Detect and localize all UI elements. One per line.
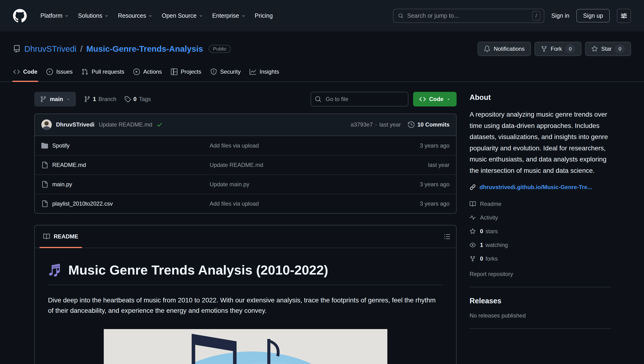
readme-link[interactable]: Readme: [470, 197, 611, 211]
search-icon: [315, 96, 321, 102]
report-repository-link[interactable]: Report repository: [470, 271, 513, 277]
git-branch-icon: [40, 96, 47, 102]
repo-header: DhruvSTrivedi / Music-Genre-Trends-Analy…: [0, 32, 644, 56]
file-link[interactable]: README.md: [52, 162, 86, 168]
star-button[interactable]: Star 0: [585, 42, 631, 56]
outline-button[interactable]: [444, 233, 451, 240]
search-icon: [398, 13, 403, 18]
book-icon: [43, 233, 50, 240]
commit-time: last year: [379, 121, 401, 128]
file-commit-message[interactable]: Add files via upload: [210, 142, 420, 149]
avatar[interactable]: [41, 120, 52, 130]
appearance-settings-button[interactable]: [617, 9, 631, 23]
nav-label: Pricing: [255, 12, 273, 19]
github-logo-icon[interactable]: [13, 9, 27, 23]
nav-label: Resources: [118, 12, 146, 19]
breadcrumb-separator: /: [80, 44, 83, 54]
music-notes-icon: [48, 263, 62, 277]
primary-nav: Platform Solutions Resources Open Source…: [36, 12, 278, 19]
commit-sha[interactable]: a3793e7 · last year: [351, 121, 401, 128]
readme-title: Music Genre Trends Analysis (2010-2022): [48, 262, 443, 285]
code-column: main 1 Branch 0 Tags: [34, 92, 457, 364]
check-icon[interactable]: [156, 122, 163, 128]
code-dropdown-button[interactable]: Code: [413, 92, 457, 106]
nav-item-solutions[interactable]: Solutions: [73, 12, 113, 19]
file-age[interactable]: 3 years ago: [420, 142, 450, 149]
link-icon: [470, 184, 476, 190]
file-age[interactable]: 3 years ago: [420, 181, 450, 188]
repo-name-link[interactable]: Music-Genre-Trends-Analysis: [86, 44, 203, 54]
code-icon: [419, 96, 426, 102]
nav-label: Solutions: [78, 12, 102, 19]
triangle-down-icon: [447, 97, 451, 101]
notifications-button[interactable]: Notifications: [478, 42, 531, 56]
readme-header: README: [35, 226, 456, 248]
nav-item-platform[interactable]: Platform: [36, 12, 73, 19]
repo-owner-link[interactable]: DhruvSTrivedi: [24, 44, 76, 54]
branches-link[interactable]: 1 Branch: [84, 96, 116, 102]
file-age[interactable]: last year: [428, 162, 450, 168]
file-age[interactable]: 3 years ago: [420, 200, 450, 207]
tab-security[interactable]: Security: [206, 62, 245, 82]
star-label: Star: [601, 46, 612, 52]
tab-pull-requests[interactable]: Pull requests: [78, 62, 128, 82]
stars-link[interactable]: 0 stars: [470, 224, 611, 238]
nav-item-enterprise[interactable]: Enterprise: [207, 12, 250, 19]
sign-in-link[interactable]: Sign in: [551, 12, 569, 19]
file-commit-message[interactable]: Update README.md: [210, 162, 428, 168]
go-to-file-input[interactable]: [311, 92, 408, 106]
activity-link[interactable]: Activity: [470, 211, 611, 224]
tab-issues[interactable]: Issues: [43, 62, 76, 82]
commit-message-link[interactable]: Update README.md: [99, 121, 152, 128]
tab-actions[interactable]: Actions: [129, 62, 166, 82]
file-link[interactable]: main.py: [52, 181, 72, 188]
branches-count: 1: [93, 96, 96, 102]
repo-icon: [13, 45, 21, 53]
breadcrumb: DhruvSTrivedi / Music-Genre-Trends-Analy…: [13, 44, 231, 54]
tab-projects[interactable]: Projects: [167, 62, 205, 82]
shield-icon: [210, 68, 217, 75]
chevron-down-icon: [105, 14, 108, 18]
pulse-icon: [470, 214, 476, 221]
pull-request-icon: [82, 68, 88, 75]
file-commit-message[interactable]: Add files via upload: [210, 200, 420, 207]
nav-item-pricing[interactable]: Pricing: [250, 12, 278, 19]
folder-icon: [41, 142, 48, 149]
table-icon: [171, 68, 177, 75]
tags-link[interactable]: 0 Tags: [124, 96, 151, 102]
star-icon: [470, 228, 476, 234]
fork-button[interactable]: Fork 0: [535, 42, 581, 56]
tab-insights[interactable]: Insights: [246, 62, 283, 82]
tab-code[interactable]: Code: [10, 62, 41, 82]
issue-icon: [46, 68, 53, 75]
list-unordered-icon: [444, 233, 451, 240]
sign-up-button[interactable]: Sign up: [576, 9, 610, 22]
branch-selector[interactable]: main: [34, 92, 76, 106]
releases-title: Releases: [470, 297, 611, 305]
website-link[interactable]: dhruvstrivedi.github.io/Music-Genre-Tre.…: [480, 184, 592, 190]
table-row: playlist_2010to2022.csv Add files via up…: [35, 194, 456, 213]
commit-history-link[interactable]: 10 Commits: [408, 121, 450, 128]
repo-actions: Notifications Fork 0 Star 0: [478, 42, 631, 56]
global-search-input[interactable]: [407, 12, 528, 19]
code-button-label: Code: [429, 96, 443, 102]
triangle-down-icon: [66, 97, 70, 101]
file-link[interactable]: playlist_2010to2022.csv: [52, 200, 113, 207]
tab-label: Code: [23, 68, 37, 75]
nav-item-resources[interactable]: Resources: [113, 12, 157, 19]
file-commit-message[interactable]: Update main.py: [210, 181, 420, 188]
nav-label: Platform: [40, 12, 62, 19]
branches-label: Branch: [98, 96, 116, 102]
forks-link[interactable]: 0 forks: [470, 252, 611, 266]
global-search[interactable]: /: [393, 9, 544, 23]
readme-intro: Dive deep into the heartbeats of music f…: [48, 295, 443, 316]
watching-link[interactable]: 1 watching: [470, 238, 611, 252]
nav-item-open-source[interactable]: Open Source: [157, 12, 207, 19]
file-icon: [41, 162, 48, 168]
file-link[interactable]: Spotify: [52, 142, 70, 149]
readme-tab[interactable]: README: [35, 226, 87, 248]
tags-count: 0: [133, 96, 136, 102]
readme-content: Music Genre Trends Analysis (2010-2022) …: [35, 248, 456, 364]
stars-count: 0: [480, 228, 483, 235]
commit-author-link[interactable]: DhruvSTrivedi: [56, 121, 95, 128]
